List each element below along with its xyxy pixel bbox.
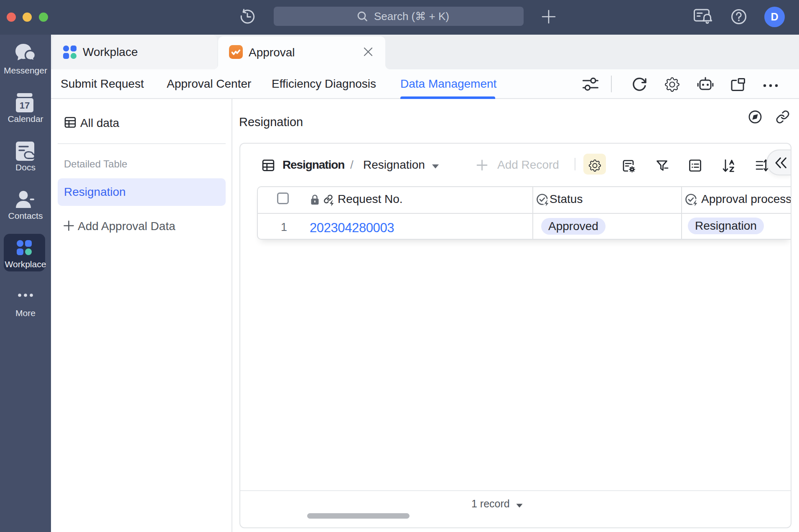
svg-text:17: 17 [20,100,30,111]
